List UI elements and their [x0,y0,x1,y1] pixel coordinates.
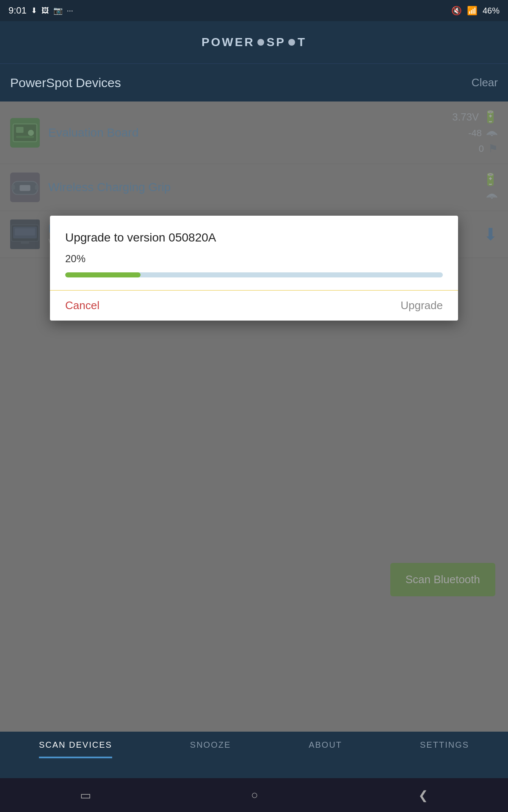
nav-label-snooze: SNOOZE [190,740,231,750]
mute-icon: 🔇 [451,5,462,16]
back-button[interactable]: ❮ [418,788,428,802]
nav-item-settings[interactable]: SETTINGS [420,740,469,750]
wifi-icon: 📶 [467,5,478,16]
modal-overlay [0,102,508,732]
download-status-icon: ⬇ [31,6,37,15]
upgrade-button[interactable]: Upgrade [400,299,443,312]
nav-label-settings: SETTINGS [420,740,469,750]
dialog-percent: 20% [65,253,443,265]
cancel-button[interactable]: Cancel [65,299,99,312]
nav-item-about[interactable]: ABOUT [309,740,342,750]
more-status-icon: ··· [67,6,73,15]
logo-text-3: T [298,36,306,49]
app-logo: POWER SP T [202,36,306,49]
nav-label-scan: SCAN DEVICES [39,740,112,750]
upgrade-dialog: Upgrade to version 050820A 20% Cancel Up… [50,216,458,321]
page-title: PowerSpot Devices [10,76,121,90]
home-button[interactable]: ○ [251,788,258,802]
recent-apps-button[interactable]: ▭ [80,788,91,802]
clear-button[interactable]: Clear [472,76,498,89]
progress-bar-container [65,272,443,277]
image2-status-icon: 📷 [53,6,63,15]
system-nav: ▭ ○ ❮ [0,778,508,812]
nav-item-scan-devices[interactable]: SCAN DEVICES [39,740,112,750]
status-bar-left: 9:01 ⬇ 🖼 📷 ··· [8,5,73,16]
nav-item-snooze[interactable]: SNOOZE [190,740,231,750]
logo-text-2: SP [267,36,286,49]
main-content: Evaluation Board 3.73V 🔋 -48 [0,102,508,732]
status-time: 9:01 [8,5,27,16]
status-bar-right: 🔇 📶 46% [451,5,500,16]
logo-dot2-icon [288,39,295,46]
dialog-actions: Cancel Upgrade [65,291,443,321]
status-bar: 9:01 ⬇ 🖼 📷 ··· 🔇 📶 46% [0,0,508,21]
logo-text: POWER [202,36,255,49]
page-title-bar: PowerSpot Devices Clear [0,63,508,102]
battery-status: 46% [483,6,500,16]
app-header: POWER SP T [0,21,508,63]
progress-bar-fill [65,272,141,277]
dialog-title: Upgrade to version 050820A [65,231,443,244]
bottom-nav: SCAN DEVICES SNOOZE ABOUT SETTINGS [0,732,508,778]
logo-dot-icon [257,39,264,46]
image-status-icon: 🖼 [41,6,49,15]
nav-label-about: ABOUT [309,740,342,750]
